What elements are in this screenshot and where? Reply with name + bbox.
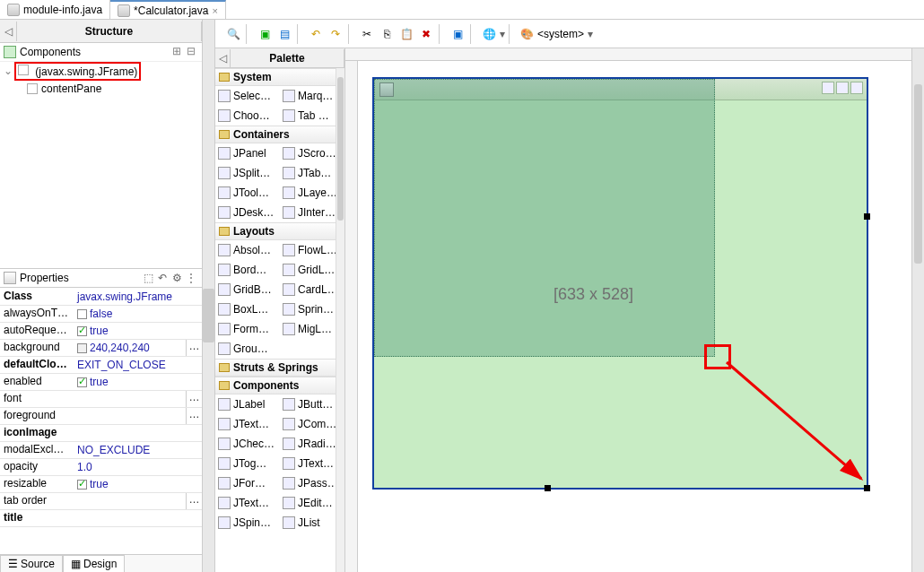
palette-item[interactable]: Form… — [215, 319, 280, 339]
copy-icon[interactable]: ⎘ — [378, 25, 396, 43]
close-icon[interactable]: × — [212, 5, 217, 16]
source-icon: ☰ — [8, 558, 18, 570]
toolbar-btn[interactable]: ↶ — [155, 272, 170, 284]
chevron-left-icon[interactable]: ◁ — [0, 25, 16, 38]
palette-item[interactable]: GridB… — [215, 280, 280, 299]
palette-section-components[interactable]: Components — [215, 377, 344, 394]
edit-button[interactable]: … — [186, 493, 202, 509]
palette-item[interactable]: JDesk… — [215, 203, 280, 222]
redo-icon[interactable]: ↷ — [327, 25, 344, 43]
edit-button[interactable]: … — [186, 408, 202, 424]
tree-node-root[interactable]: ⌄ (javax.swing.JFrame) — [0, 62, 202, 80]
jframe-preview[interactable]: [633 x 528] — [372, 77, 868, 490]
tab-label: module-info.java — [23, 4, 102, 16]
toolbar-btn[interactable]: ⋮ — [184, 272, 198, 284]
palette-item[interactable]: JText… — [215, 493, 280, 513]
property-row[interactable]: tab order… — [0, 493, 202, 510]
expand-icon[interactable]: ⌄ — [4, 65, 14, 77]
editor-mode-tabs: ☰ Source ▦ Design — [0, 554, 202, 572]
property-row[interactable]: enabledtrue — [0, 374, 202, 391]
maximize-icon — [836, 82, 849, 94]
laf-selector[interactable]: 🎨 <system> ▾ — [515, 28, 598, 40]
toolbar-btn[interactable]: ⬚ — [141, 272, 155, 284]
preview-icon[interactable]: ▣ — [449, 25, 466, 43]
cut-icon[interactable]: ✂ — [358, 25, 376, 43]
ruler-vertical — [345, 61, 358, 572]
palette-item[interactable]: Bord… — [215, 260, 280, 280]
tree-node-label: contentPane — [41, 82, 101, 95]
palette-item[interactable]: JFor… — [215, 473, 280, 493]
property-row[interactable]: background240,240,240… — [0, 340, 202, 357]
palette-section-system[interactable]: System — [215, 68, 344, 86]
folder-icon — [219, 130, 230, 139]
folder-icon — [219, 363, 230, 372]
dropdown-icon[interactable]: ▾ — [500, 28, 505, 40]
property-row[interactable]: foreground… — [0, 408, 202, 425]
palette-scrollbar[interactable] — [336, 68, 344, 572]
close-icon — [850, 82, 863, 94]
property-row[interactable]: Classjavax.swing.JFrame — [0, 289, 202, 306]
palette-item[interactable]: JSpin… — [215, 513, 280, 533]
palette-item[interactable]: JChec… — [215, 434, 280, 454]
property-row[interactable]: alwaysOnT…false — [0, 306, 202, 323]
properties-icon — [4, 272, 16, 284]
paste-icon[interactable]: 📋 — [397, 25, 415, 43]
palette-item[interactable]: JSplit… — [215, 163, 280, 183]
tree-node-child[interactable]: contentPane — [0, 80, 202, 98]
tree-node-label: (javax.swing.JFrame) — [35, 65, 137, 78]
chevron-left-icon[interactable]: ◁ — [215, 52, 230, 65]
edit-button[interactable]: … — [186, 391, 202, 407]
property-row[interactable]: autoReques…true — [0, 323, 202, 340]
property-row[interactable]: iconImage — [0, 425, 202, 442]
splitter[interactable] — [203, 20, 215, 572]
palette-item[interactable]: Absol… — [215, 240, 280, 260]
palette-item[interactable]: JText… — [215, 414, 280, 434]
zoom-in-icon[interactable]: 🔍 — [224, 25, 242, 43]
palette-section-struts[interactable]: Struts & Springs — [215, 359, 344, 377]
property-row[interactable]: font… — [0, 391, 202, 408]
folder-icon — [219, 381, 230, 390]
resize-handle-s[interactable] — [545, 485, 551, 491]
palette-item[interactable]: JTog… — [215, 454, 280, 473]
tab-design[interactable]: ▦ Design — [63, 555, 125, 572]
edit-button[interactable]: … — [186, 340, 202, 356]
palette-item[interactable]: Selec… — [215, 86, 280, 106]
delete-icon[interactable]: ✖ — [417, 25, 435, 43]
palette-section-layouts[interactable]: Layouts — [215, 222, 344, 240]
annotation-marker — [704, 344, 731, 369]
palette-item[interactable]: Choo… — [215, 106, 280, 126]
resize-handle-e[interactable] — [864, 213, 870, 220]
annotation-highlight: (javax.swing.JFrame) — [14, 62, 141, 81]
properties-table: Classjavax.swing.JFrame alwaysOnT…false … — [0, 288, 202, 554]
undo-icon[interactable]: ↶ — [307, 25, 325, 43]
palette-item[interactable]: JLabel — [215, 394, 280, 414]
folder-icon — [219, 73, 230, 82]
resize-handle-se[interactable] — [864, 485, 870, 491]
property-row[interactable]: modalExclu…NO_EXCLUDE — [0, 442, 202, 459]
toolbar-btn[interactable]: ⚙ — [170, 272, 184, 284]
property-row[interactable]: defaultClo…EXIT_ON_CLOSE — [0, 357, 202, 374]
design-canvas[interactable]: [633 x 528] — [345, 48, 911, 572]
palette-item[interactable]: BoxL… — [215, 299, 280, 319]
property-row[interactable]: resizabletrue — [0, 476, 202, 493]
events-view-icon[interactable]: ▤ — [275, 25, 293, 43]
locale-icon[interactable]: 🌐 — [480, 25, 498, 43]
tab-calculator[interactable]: *Calculator.java × — [110, 0, 226, 19]
palette-header: ◁ Palette — [215, 48, 344, 68]
palette-item[interactable]: Grou… — [215, 339, 280, 359]
expand-all-icon[interactable]: ⊞ — [170, 45, 184, 59]
tab-source[interactable]: ☰ Source — [0, 555, 63, 572]
palette-list: System Selec… Marq… Choo… Tab … Containe… — [215, 68, 344, 572]
property-row[interactable]: title — [0, 510, 202, 527]
props-view-icon[interactable]: ▣ — [256, 25, 274, 43]
palette-section-containers[interactable]: Containers — [215, 126, 344, 143]
size-label: [633 x 528] — [554, 285, 633, 304]
collapse-all-icon[interactable]: ⊟ — [184, 45, 198, 59]
palette-item[interactable]: JPanel — [215, 143, 280, 163]
palette-item[interactable]: JTool… — [215, 183, 280, 203]
editor-scrollbar[interactable] — [911, 48, 924, 572]
properties-header: Properties ⬚ ↶ ⚙ ⋮ — [0, 268, 202, 288]
property-row[interactable]: opacity1.0 — [0, 459, 202, 476]
components-label: Components — [20, 46, 81, 58]
tab-module-info[interactable]: module-info.java — [0, 0, 110, 19]
